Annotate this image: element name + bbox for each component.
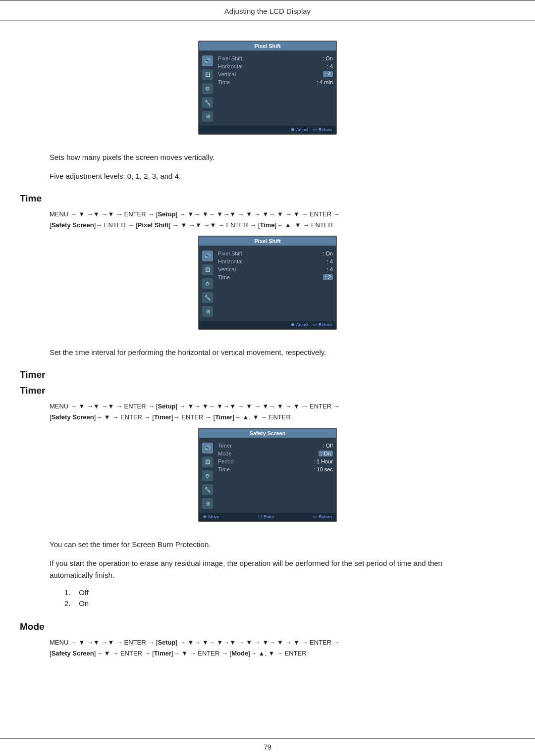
sidebar-icon-2: 🖼 bbox=[202, 69, 213, 80]
lcd-footer-adjust: ❋ Adjust bbox=[291, 127, 308, 132]
timer-list-label-2: On bbox=[79, 599, 89, 607]
lcd-value-pixel-shift: : On bbox=[322, 55, 333, 61]
lcd-screen1: Pixel Shift 🔊 🖼 ⚙ 🔧 🖥 Pixel Shift : On bbox=[198, 41, 337, 135]
mode-heading: Mode bbox=[20, 621, 485, 632]
lcd-screen3-container: Safety Screen 🔊 🖼 ⚙ 🔧 🖥 Timer : Off bbox=[50, 428, 485, 531]
lcd3-label-mode: Mode bbox=[218, 451, 253, 456]
lcd2-label-vertical: Vertical bbox=[218, 266, 253, 272]
lcd2-value-pixel-shift: : On bbox=[322, 251, 333, 256]
lcd3-value-time: : 10 sec bbox=[314, 466, 333, 472]
lcd3-row-mode: Mode : On bbox=[218, 450, 333, 457]
lcd-row-pixel-shift: Pixel Shift : On bbox=[218, 54, 333, 62]
timer-heading: Timer bbox=[20, 369, 485, 380]
page-title-bar: Adjusting the LCD Display bbox=[0, 1, 535, 21]
lcd-screen2-footer: ❋ Adjust ↩ Return bbox=[199, 321, 336, 329]
sidebar-icon3-3: ⚙ bbox=[202, 470, 213, 481]
lcd3-footer-enter: ☐ Enter bbox=[258, 514, 274, 519]
lcd2-value-horizontal: : 4 bbox=[327, 258, 333, 264]
lcd2-label-horizontal: Horizontal bbox=[218, 258, 253, 264]
lcd2-footer-adjust: ❋ Adjust bbox=[291, 322, 308, 327]
timer-desc2: If you start the operation to erase any … bbox=[50, 557, 485, 581]
timer-list-item-1: 1. Off bbox=[64, 588, 485, 597]
mode-nav: MENU → ▼ →▼ →▼ → ENTER → [Setup] → ▼→ ▼→… bbox=[50, 637, 485, 659]
lcd3-value-mode: : On bbox=[319, 451, 333, 456]
timer-list-item-2: 2. On bbox=[64, 599, 485, 607]
sidebar-icon2-4: 🔧 bbox=[202, 292, 213, 303]
lcd-label-pixel-shift: Pixel Shift bbox=[218, 55, 253, 61]
lcd-row-time: Time : 4 min bbox=[218, 78, 333, 86]
lcd-label-vertical: Vertical bbox=[218, 71, 253, 77]
lcd2-value-time: : 2 bbox=[323, 274, 333, 280]
lcd2-label-pixel-shift: Pixel Shift bbox=[218, 251, 253, 256]
timer-list-num-2: 2. bbox=[64, 599, 71, 607]
lcd-screen3: Safety Screen 🔊 🖼 ⚙ 🔧 🖥 Timer : Off bbox=[198, 428, 337, 522]
sidebar-icon-4: 🔧 bbox=[202, 97, 213, 108]
timer-list-num-1: 1. bbox=[64, 588, 71, 597]
lcd2-row-time: Time : 2 bbox=[218, 273, 333, 281]
lcd-screen2-body: 🔊 🖼 ⚙ 🔧 🖥 Pixel Shift : On Horizontal bbox=[199, 246, 336, 321]
lcd-screen1-titlebar: Pixel Shift bbox=[199, 42, 336, 50]
lcd3-label-time: Time bbox=[218, 466, 253, 472]
lcd-footer-return: ↩ Return bbox=[313, 127, 332, 132]
timer-list-label-1: Off bbox=[79, 588, 89, 597]
lcd-row-horizontal: Horizontal : 4 bbox=[218, 62, 333, 70]
lcd-label-time: Time bbox=[218, 79, 253, 85]
lcd2-footer-return: ↩ Return bbox=[313, 322, 332, 327]
lcd-screen3-sidebar: 🔊 🖼 ⚙ 🔧 🖥 bbox=[202, 442, 213, 509]
lcd3-row-timer: Timer : Off bbox=[218, 442, 333, 450]
lcd-screen1-body: 🔊 🖼 ⚙ 🔧 🖥 Pixel Shift : On Horizontal bbox=[199, 50, 336, 126]
page-container: Adjusting the LCD Display Pixel Shift 🔊 … bbox=[0, 0, 535, 756]
time-heading: Time bbox=[20, 193, 485, 204]
time-nav: MENU → ▼ →▼ →▼ → ENTER → [Setup] → ▼→ ▼→… bbox=[50, 209, 485, 231]
timer-nav: MENU → ▼ →▼ →▼ → ENTER → [Setup] → ▼→ ▼→… bbox=[50, 401, 485, 423]
lcd3-footer-return: ↩ Return bbox=[313, 514, 332, 519]
lcd-screen2-sidebar: 🔊 🖼 ⚙ 🔧 🖥 bbox=[202, 250, 213, 317]
content-area: Pixel Shift 🔊 🖼 ⚙ 🔧 🖥 Pixel Shift : On bbox=[0, 21, 535, 738]
lcd-value-vertical: : 4 bbox=[323, 71, 333, 77]
sidebar-icon3-2: 🖼 bbox=[202, 456, 213, 467]
lcd-label-horizontal: Horizontal bbox=[218, 63, 253, 69]
lcd2-value-vertical: : 4 bbox=[327, 266, 333, 272]
sidebar-icon2-5: 🖥 bbox=[202, 306, 213, 317]
lcd3-footer-move: ❋ Move bbox=[203, 514, 219, 519]
lcd-screen3-titlebar: Safety Screen bbox=[199, 429, 336, 438]
lcd2-row-pixel-shift: Pixel Shift : On bbox=[218, 250, 333, 257]
lcd3-row-period: Period : 1 Hour bbox=[218, 457, 333, 465]
sidebar-icon3-5: 🖥 bbox=[202, 498, 213, 509]
vertical-desc1: Sets how many pixels the screen moves ve… bbox=[50, 151, 485, 163]
lcd2-row-vertical: Vertical : 4 bbox=[218, 265, 333, 273]
lcd-screen2: Pixel Shift 🔊 🖼 ⚙ 🔧 🖥 Pixel Shift : On bbox=[198, 236, 337, 330]
sidebar-icon3-4: 🔧 bbox=[202, 484, 213, 495]
sidebar-icon-1: 🔊 bbox=[202, 55, 213, 66]
lcd-screen1-menu: Pixel Shift : On Horizontal : 4 Vertical… bbox=[218, 54, 333, 122]
lcd-screen3-menu: Timer : Off Mode : On Period : 1 Hour bbox=[218, 442, 333, 509]
vertical-desc2: Five adjustment levels: 0, 1, 2, 3, and … bbox=[50, 170, 485, 182]
lcd-row-vertical: Vertical : 4 bbox=[218, 70, 333, 78]
lcd-screen3-footer: ❋ Move ☐ Enter ↩ Return bbox=[199, 513, 336, 521]
sidebar-icon2-2: 🖼 bbox=[202, 264, 213, 275]
lcd-screen1-sidebar: 🔊 🖼 ⚙ 🔧 🖥 bbox=[202, 54, 213, 122]
page-number: 79 bbox=[0, 739, 535, 756]
sidebar-icon3-1: 🔊 bbox=[202, 443, 213, 454]
sidebar-icon-3: ⚙ bbox=[202, 83, 213, 94]
lcd-screen2-menu: Pixel Shift : On Horizontal : 4 Vertical… bbox=[218, 250, 333, 317]
page-title: Adjusting the LCD Display bbox=[224, 7, 311, 15]
sidebar-icon2-1: 🔊 bbox=[202, 251, 213, 261]
lcd-value-time: : 4 min bbox=[317, 79, 333, 85]
lcd3-label-timer: Timer bbox=[218, 443, 253, 449]
lcd2-label-time: Time bbox=[218, 274, 253, 280]
lcd3-row-time: Time : 10 sec bbox=[218, 465, 333, 473]
sidebar-icon-5: 🖥 bbox=[202, 111, 213, 122]
lcd3-value-timer: : Off bbox=[322, 443, 333, 449]
lcd-value-horizontal: : 4 bbox=[327, 63, 333, 69]
time-desc: Set the time interval for performing the… bbox=[50, 347, 485, 358]
timer-desc1: You can set the timer for Screen Burn Pr… bbox=[50, 539, 485, 551]
lcd3-label-period: Period bbox=[218, 458, 253, 464]
sidebar-icon2-3: ⚙ bbox=[202, 278, 213, 289]
lcd-screen1-container: Pixel Shift 🔊 🖼 ⚙ 🔧 🖥 Pixel Shift : On bbox=[50, 41, 485, 144]
lcd-screen1-footer: ❋ Adjust ↩ Return bbox=[199, 126, 336, 134]
lcd-screen2-container: Pixel Shift 🔊 🖼 ⚙ 🔧 🖥 Pixel Shift : On bbox=[50, 236, 485, 339]
lcd-screen2-titlebar: Pixel Shift bbox=[199, 237, 336, 246]
lcd3-value-period: : 1 Hour bbox=[314, 458, 333, 464]
lcd2-row-horizontal: Horizontal : 4 bbox=[218, 257, 333, 265]
